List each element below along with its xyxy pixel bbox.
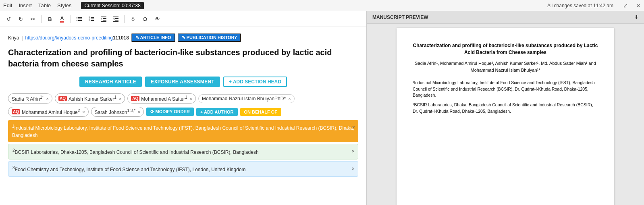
svg-rect-21 <box>113 21 118 22</box>
remove-sadia-button[interactable]: × <box>46 96 49 101</box>
preview-title-label: MANUSCRIPT PREVIEW <box>372 14 428 20</box>
svg-rect-7 <box>91 17 94 18</box>
toolbar-separator-3 <box>124 15 125 23</box>
svg-rect-5 <box>78 20 82 21</box>
section-buttons: RESEARCH ARTICLE EXPOSURE ASSESSMENT + A… <box>8 77 358 87</box>
font-color-button[interactable]: A <box>57 14 67 24</box>
menu-styles[interactable]: Styles <box>57 2 71 8</box>
svg-marker-18 <box>113 18 114 20</box>
session-badge: Current Session: 00:37:38 <box>81 2 143 9</box>
svg-rect-2 <box>77 19 77 19</box>
outdent-button[interactable] <box>110 14 121 24</box>
bullet-list-button[interactable] <box>74 14 85 24</box>
authors-row-1: Sadia R Afrin1* × AQ Ashish Kumar Sarker… <box>8 93 358 104</box>
on-behalf-button[interactable]: ON BEHALF OF <box>240 108 282 116</box>
svg-rect-11 <box>91 20 94 21</box>
expand-icon[interactable]: ⤢ <box>623 2 628 9</box>
author-name-sadia: Sadia R Afrin1* <box>12 95 44 102</box>
svg-rect-20 <box>115 20 118 21</box>
omega-button[interactable]: Ω <box>140 14 150 24</box>
remove-sarah-button[interactable]: × <box>138 110 140 114</box>
svg-rect-3 <box>78 19 82 19</box>
pub-history-badge[interactable]: ✎ PUBLICATION HISTORY <box>178 33 241 42</box>
svg-rect-17 <box>113 17 118 17</box>
svg-rect-1 <box>78 17 82 18</box>
modify-order-button[interactable]: ⟳ MODIFY ORDER <box>146 108 193 116</box>
preview-page-authors: Sadia Afrin¹, Mohammad Amirul Hoque², As… <box>413 60 598 74</box>
menu-table[interactable]: Table <box>38 2 51 8</box>
download-icon[interactable]: ⬇ <box>634 14 638 20</box>
remove-affil-3-button[interactable]: × <box>351 165 355 173</box>
preview-toggle-button[interactable]: 👁 <box>152 14 162 24</box>
preview-body: Characterization and profiling of bacter… <box>367 24 644 205</box>
remove-affil-1-button[interactable]: × <box>352 123 355 131</box>
toolbar-separator-2 <box>71 15 71 23</box>
remove-nazrul-button[interactable]: × <box>288 96 291 101</box>
kriya-label: Kriya <box>8 35 19 41</box>
author-tag-sarah[interactable]: Sarah Johnson1,3,* × <box>91 107 144 117</box>
strikethrough-button[interactable]: S <box>128 14 138 24</box>
save-status: All changes saved at 11:42 am <box>547 3 613 8</box>
close-icon[interactable]: ✕ <box>636 2 641 9</box>
author-tag-nazrul[interactable]: Mohammad Nazrul Islam BhuiyanPhD* × <box>198 94 295 103</box>
affil-1-text: 1Industrial Microbiology Laboratory, Ins… <box>12 123 354 139</box>
article-info-badge[interactable]: ✎ ARTICLE INFO <box>131 33 175 42</box>
svg-rect-4 <box>77 20 77 21</box>
svg-rect-19 <box>115 18 118 19</box>
preview-page-affil2: ²BCSIR Laboratories, Dhaka, Bangladesh C… <box>413 102 598 115</box>
svg-marker-13 <box>101 18 102 20</box>
add-author-button[interactable]: + ADD AUTHOR <box>196 108 238 116</box>
undo-button[interactable]: ↺ <box>3 14 14 24</box>
svg-text:3.: 3. <box>89 19 90 21</box>
numbered-list-button[interactable]: 1.2.3. <box>86 14 97 24</box>
author-name-hoque: Mohammad Amirul Hoque2 <box>22 108 80 115</box>
svg-rect-14 <box>103 18 106 19</box>
author-tag-sadia[interactable]: Sadia R Afrin1* × <box>8 93 52 104</box>
preview-header: MANUSCRIPT PREVIEW ⬇ <box>367 11 644 24</box>
aq-badge-ashish: AQ <box>58 96 67 101</box>
author-tag-ashish[interactable]: AQ Ashish Kumar Sarker1 × <box>55 93 125 104</box>
affil-3-text: 3Food Chemistry and Technology, Institut… <box>12 165 246 173</box>
preview-page: Characterization and profiling of bacter… <box>397 28 614 205</box>
svg-rect-16 <box>101 21 106 22</box>
doc-title: Characterization and profiling of bacter… <box>8 47 358 69</box>
svg-rect-15 <box>103 20 106 21</box>
menu-edit[interactable]: Edit <box>3 2 12 8</box>
author-tag-satter[interactable]: AQ Mohammed A Satter1 × <box>127 93 196 104</box>
menu-bar: Edit Insert Table Styles Current Session… <box>0 0 644 11</box>
remove-satter-button[interactable]: × <box>190 96 192 101</box>
svg-rect-0 <box>77 17 77 18</box>
affil-2-text: 2BCSIR Laboratories, Dhaka-1205, Banglad… <box>12 147 259 156</box>
doi-link[interactable]: https://doi.org/kriyadocs-demo-preeditin… <box>25 35 129 41</box>
remove-ashish-button[interactable]: × <box>119 96 121 101</box>
affiliation-1: 1Industrial Microbiology Laboratory, Ins… <box>8 120 358 142</box>
research-article-button[interactable]: RESEARCH ARTICLE <box>79 77 142 87</box>
authors-row-2: AQ Mohammad Amirul Hoque2 × Sarah Johnso… <box>8 107 358 117</box>
main-container: ↺ ↻ ✂ B A 1.2.3. S Ω 👁 <box>0 11 644 205</box>
remove-hoque-button[interactable]: × <box>82 110 85 114</box>
author-name-sarah: Sarah Johnson1,3,* <box>95 108 135 115</box>
author-name-nazrul: Mohammad Nazrul Islam BhuiyanPhD* <box>202 96 286 101</box>
aq-badge-satter: AQ <box>131 96 139 101</box>
menu-insert[interactable]: Insert <box>19 2 32 8</box>
svg-rect-12 <box>101 17 106 17</box>
toolbar-separator-1 <box>41 15 42 23</box>
indent-button[interactable] <box>98 14 109 24</box>
preview-page-affil1: ¹Industrial Microbiology Laboratory, Ins… <box>413 80 598 99</box>
bold-button[interactable]: B <box>45 14 55 24</box>
aq-badge-hoque: AQ <box>12 109 20 114</box>
affiliation-3: 3Food Chemistry and Technology, Institut… <box>8 161 358 177</box>
preview-page-title: Characterization and profiling of bacter… <box>413 42 598 56</box>
redo-button[interactable]: ↻ <box>15 14 26 24</box>
author-tag-hoque[interactable]: AQ Mohammad Amirul Hoque2 × <box>8 107 89 117</box>
editor-content: Kriya | https://doi.org/kriyadocs-demo-p… <box>0 27 366 205</box>
toolbar: ↺ ↻ ✂ B A 1.2.3. S Ω 👁 <box>0 11 366 27</box>
svg-rect-9 <box>91 19 94 19</box>
author-name-satter: Mohammed A Satter1 <box>141 95 187 102</box>
add-section-head-button[interactable]: + ADD SECTION HEAD <box>223 77 287 87</box>
preview-panel: MANUSCRIPT PREVIEW ⬇ Characterization an… <box>367 11 644 205</box>
doc-meta: Kriya | https://doi.org/kriyadocs-demo-p… <box>8 33 358 42</box>
cut-button[interactable]: ✂ <box>27 14 38 24</box>
exposure-assessment-button[interactable]: EXPOSURE ASSESSMENT <box>145 77 220 87</box>
remove-affil-2-button[interactable]: × <box>351 147 355 155</box>
